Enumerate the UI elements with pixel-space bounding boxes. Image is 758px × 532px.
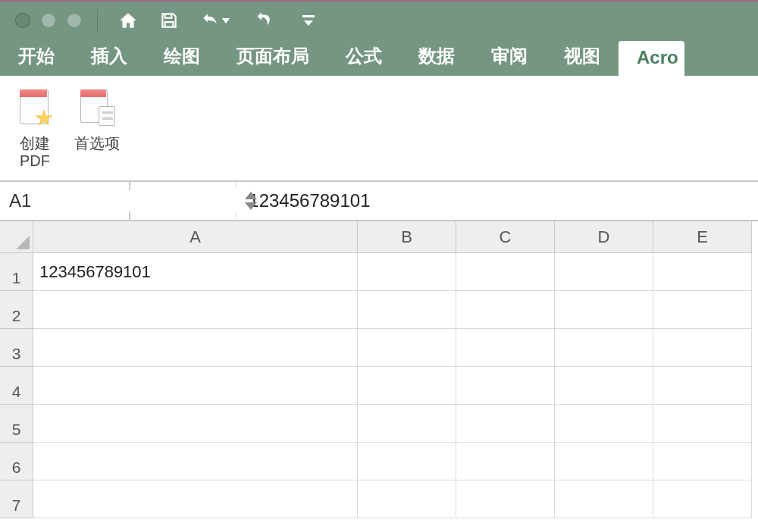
cell-C4[interactable]: [456, 367, 555, 405]
cell-D3[interactable]: [555, 329, 653, 367]
preferences-label: 首选项: [74, 135, 120, 152]
cell-D2[interactable]: [555, 291, 653, 329]
row-header-7[interactable]: 7: [0, 480, 33, 518]
undo-split-button[interactable]: [195, 5, 230, 36]
create-pdf-label: 创建 PDF: [20, 135, 50, 170]
tab-insert[interactable]: 插入: [73, 38, 146, 76]
cell-E5[interactable]: [653, 405, 752, 443]
preferences-button[interactable]: 首选项: [73, 85, 121, 155]
redo-button[interactable]: [246, 5, 277, 36]
tab-home[interactable]: 开始: [0, 38, 73, 76]
cell-A3[interactable]: [33, 329, 358, 367]
cell-D7[interactable]: [555, 480, 653, 518]
tab-review[interactable]: 审阅: [473, 38, 546, 76]
cell-E7[interactable]: [653, 480, 752, 518]
spreadsheet-grid: A B C D E 1 123456789101 2 3 4 5: [0, 221, 758, 518]
row-header-4[interactable]: 4: [0, 367, 33, 405]
grid-row: 3: [0, 329, 758, 367]
window-minimize-button[interactable]: [41, 13, 56, 28]
cell-B6[interactable]: [358, 443, 456, 480]
row-header-5[interactable]: 5: [0, 405, 33, 443]
create-pdf-icon: [14, 88, 56, 130]
tab-formulas[interactable]: 公式: [327, 38, 400, 76]
grid-row: 4: [0, 367, 758, 405]
select-all-corner[interactable]: [0, 221, 33, 253]
name-box[interactable]: [0, 182, 130, 220]
grid-row: 7: [0, 480, 758, 518]
tab-data[interactable]: 数据: [400, 38, 473, 76]
column-header-A[interactable]: A: [33, 221, 358, 253]
chevron-down-icon[interactable]: [222, 18, 230, 23]
create-pdf-button[interactable]: 创建 PDF: [12, 85, 58, 173]
cell-D4[interactable]: [555, 367, 653, 405]
cell-A2[interactable]: [33, 291, 358, 329]
column-header-D[interactable]: D: [555, 221, 653, 253]
column-header-B[interactable]: B: [358, 221, 456, 253]
window-maximize-button[interactable]: [67, 13, 82, 28]
tab-page-layout[interactable]: 页面布局: [218, 38, 327, 76]
cell-B3[interactable]: [358, 329, 456, 367]
grid-row: 6: [0, 443, 758, 480]
cell-C7[interactable]: [456, 480, 555, 518]
customize-qat-button[interactable]: [293, 5, 324, 36]
name-box-input[interactable]: [0, 190, 245, 211]
cell-B2[interactable]: [358, 291, 456, 329]
undo-icon: [200, 11, 220, 30]
divider: [97, 9, 98, 32]
row-header-6[interactable]: 6: [0, 443, 33, 480]
cell-C2[interactable]: [456, 291, 555, 329]
tab-draw[interactable]: 绘图: [146, 38, 218, 76]
spinner-up-button[interactable]: [245, 192, 257, 199]
spinner-down-button[interactable]: [245, 202, 257, 210]
undo-button[interactable]: [195, 5, 225, 36]
row-header-3[interactable]: 3: [0, 329, 33, 367]
cell-A5[interactable]: [33, 405, 358, 443]
preferences-icon: [76, 88, 118, 130]
name-box-spinner: [245, 192, 257, 210]
row-header-1[interactable]: 1: [0, 253, 33, 291]
cell-E4[interactable]: [653, 367, 752, 405]
cell-E1[interactable]: [653, 253, 752, 291]
column-header-C[interactable]: C: [456, 221, 555, 253]
cell-A1[interactable]: 123456789101: [33, 253, 358, 291]
cell-E2[interactable]: [653, 291, 752, 329]
ribbon-tabs: 开始 插入 绘图 页面布局 公式 数据 审阅 视图 Acro: [0, 39, 758, 76]
window-close-button[interactable]: [15, 13, 30, 28]
cell-C5[interactable]: [456, 405, 555, 443]
save-button[interactable]: [154, 5, 184, 36]
tab-acrobat[interactable]: Acro: [619, 41, 684, 76]
grid-row: 5: [0, 405, 758, 443]
save-icon: [159, 11, 179, 30]
cell-A6[interactable]: [33, 443, 358, 480]
cell-B7[interactable]: [358, 480, 456, 518]
redo-icon: [252, 11, 271, 30]
cell-E3[interactable]: [653, 329, 752, 367]
ribbon-content: 创建 PDF 首选项: [0, 76, 758, 182]
titlebar: [0, 0, 758, 39]
row-header-2[interactable]: 2: [0, 291, 33, 329]
cell-D6[interactable]: [555, 443, 653, 480]
cell-B1[interactable]: [358, 253, 456, 291]
cell-C3[interactable]: [456, 329, 555, 367]
cell-C1[interactable]: [456, 253, 555, 291]
home-icon: [118, 11, 138, 30]
column-headers: A B C D E: [0, 221, 758, 253]
cell-D5[interactable]: [555, 405, 653, 443]
cell-B4[interactable]: [358, 367, 456, 405]
formula-bar: fx: [0, 182, 758, 221]
column-header-E[interactable]: E: [653, 221, 752, 253]
grid-row: 2: [0, 291, 758, 329]
home-button[interactable]: [113, 5, 143, 36]
formula-input[interactable]: [236, 182, 758, 220]
tab-view[interactable]: 视图: [546, 38, 619, 76]
cell-A7[interactable]: [33, 480, 358, 518]
customize-icon: [302, 15, 315, 26]
cell-D1[interactable]: [555, 253, 653, 291]
cell-A4[interactable]: [33, 367, 358, 405]
cell-E6[interactable]: [653, 443, 752, 480]
cell-C6[interactable]: [456, 443, 555, 480]
cell-B5[interactable]: [358, 405, 456, 443]
grid-row: 1 123456789101: [0, 253, 758, 291]
